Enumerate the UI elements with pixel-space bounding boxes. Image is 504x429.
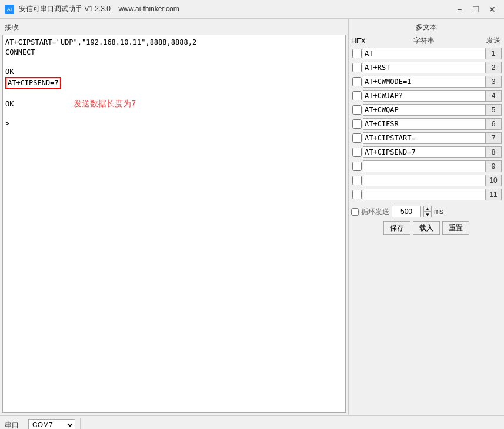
receive-ok2: OK	[5, 100, 14, 108]
multitext-title: 多文本	[351, 22, 502, 32]
title-bar: AI 安信可串口调试助手 V1.2.3.0 www.ai-thinker.com…	[0, 0, 504, 19]
hex-checkbox-5[interactable]	[352, 105, 362, 115]
text-input-4[interactable]	[363, 90, 485, 102]
maximize-button[interactable]: ☐	[469, 4, 483, 15]
multitext-header: 多文本	[351, 21, 502, 33]
title-text: 安信可串口调试助手 V1.2.3.0	[19, 5, 111, 13]
multi-row-8: 8	[351, 146, 502, 159]
text-input-8[interactable]	[363, 146, 485, 158]
text-input-1[interactable]	[363, 48, 485, 59]
save-button[interactable]: 保存	[383, 221, 410, 235]
send-btn-10[interactable]: 10	[485, 175, 502, 186]
spinner-down[interactable]: ▼	[423, 212, 432, 217]
loop-unit: ms	[434, 207, 443, 216]
receive-area: AT+CIPSTART="UDP","192.168.10.11",8888,8…	[2, 35, 346, 413]
website-text: www.ai-thinker.com	[118, 5, 179, 13]
col-string-label: 字符串	[363, 36, 485, 46]
multi-row-1: 1	[351, 47, 502, 60]
send-btn-7[interactable]: 7	[485, 132, 502, 144]
send-btn-8[interactable]: 8	[485, 146, 502, 158]
reset-button[interactable]: 重置	[442, 221, 469, 235]
port-label: 串口	[5, 420, 26, 430]
text-input-6[interactable]	[363, 118, 485, 130]
main-content: 接收 AT+CIPSTART="UDP","192.168.10.11",888…	[0, 19, 504, 415]
receive-line4: OK	[5, 68, 14, 76]
col-hex-label: HEX	[351, 37, 363, 45]
close-button[interactable]: ✕	[485, 4, 499, 15]
app-icon: AI	[5, 5, 14, 14]
annotation-text: 发送数据长度为7	[74, 99, 136, 109]
text-input-5[interactable]	[363, 104, 485, 116]
multi-row-2: 2	[351, 61, 502, 74]
hex-checkbox-3[interactable]	[352, 77, 362, 86]
hex-checkbox-8[interactable]	[352, 148, 362, 157]
bottom-panel: 串口 COM7 波特率 115200 数据位 8 检验位 No	[0, 415, 504, 429]
window-controls: − ☐ ✕	[452, 4, 499, 15]
hex-checkbox-10[interactable]	[352, 176, 362, 185]
hex-checkbox-11[interactable]	[352, 190, 362, 199]
text-input-11[interactable]	[363, 189, 485, 200]
loop-spinner: ▲ ▼	[423, 206, 432, 217]
send-btn-6[interactable]: 6	[485, 118, 502, 130]
multi-row-9: 9	[351, 160, 502, 173]
hex-checkbox-9[interactable]	[352, 162, 362, 171]
highlight-at-cipsend: AT+CIPSEND=7	[5, 77, 61, 89]
column-headers: HEX 字符串 发送	[351, 36, 502, 46]
hex-checkbox-6[interactable]	[352, 119, 362, 129]
text-input-10[interactable]	[363, 175, 485, 186]
text-input-9[interactable]	[363, 160, 485, 172]
left-panel: 接收 AT+CIPSTART="UDP","192.168.10.11",888…	[0, 19, 348, 415]
multi-row-3: 3	[351, 75, 502, 88]
loop-value-input[interactable]	[392, 206, 421, 217]
loop-send-checkbox[interactable]	[351, 208, 359, 216]
receive-line2: CONNECT	[5, 48, 35, 56]
receive-text: AT+CIPSTART="UDP","192.168.10.11",8888,8…	[5, 38, 343, 129]
text-input-3[interactable]	[363, 76, 485, 88]
hex-checkbox-7[interactable]	[352, 133, 362, 143]
bottom-row1: 串口 COM7 波特率 115200 数据位 8 检验位 No	[5, 418, 499, 429]
hex-checkbox-2[interactable]	[352, 63, 362, 72]
multi-row-4: 4	[351, 89, 502, 102]
multi-row-6: 6	[351, 118, 502, 130]
multi-row-10: 10	[351, 174, 502, 187]
multi-row-7: 7	[351, 132, 502, 145]
send-btn-5[interactable]: 5	[485, 104, 502, 116]
minimize-button[interactable]: −	[452, 4, 466, 15]
loop-row: 循环发送 ▲ ▼ ms	[351, 205, 502, 219]
loop-send-label: 循环发送	[361, 207, 389, 217]
multi-row-11: 11	[351, 188, 502, 201]
app-title: 安信可串口调试助手 V1.2.3.0 www.ai-thinker.com	[19, 4, 179, 14]
receive-section-label: 接收	[2, 21, 346, 33]
right-action-buttons: 保存 载入 重置	[351, 221, 502, 235]
title-bar-left: AI 安信可串口调试助手 V1.2.3.0 www.ai-thinker.com	[5, 4, 179, 14]
send-btn-3[interactable]: 3	[485, 76, 502, 88]
send-btn-4[interactable]: 4	[485, 90, 502, 102]
col-send-label: 发送	[485, 36, 502, 46]
send-btn-11[interactable]: 11	[485, 189, 502, 200]
hex-checkbox-4[interactable]	[352, 91, 362, 100]
right-panel: 多文本 HEX 字符串 发送 1 2 3 4	[348, 19, 504, 415]
text-input-2[interactable]	[363, 62, 485, 73]
port-section: 串口 COM7 波特率 115200 数据位 8 检验位 No	[5, 418, 81, 429]
send-btn-1[interactable]: 1	[485, 48, 502, 59]
hex-checkbox-1[interactable]	[352, 49, 362, 58]
text-input-7[interactable]	[363, 132, 485, 144]
receive-line1: AT+CIPSTART="UDP","192.168.10.11",8888,8…	[5, 38, 196, 46]
port-row: 串口 COM7	[5, 418, 75, 429]
send-btn-2[interactable]: 2	[485, 62, 502, 73]
multi-row-5: 5	[351, 103, 502, 116]
port-select[interactable]: COM7	[28, 419, 75, 429]
send-btn-9[interactable]: 9	[485, 160, 502, 172]
receive-highlight: AT+CIPSEND=7	[8, 79, 59, 87]
load-button[interactable]: 载入	[413, 221, 440, 235]
receive-cursor: >	[5, 119, 9, 128]
spinner-up[interactable]: ▲	[423, 206, 432, 212]
